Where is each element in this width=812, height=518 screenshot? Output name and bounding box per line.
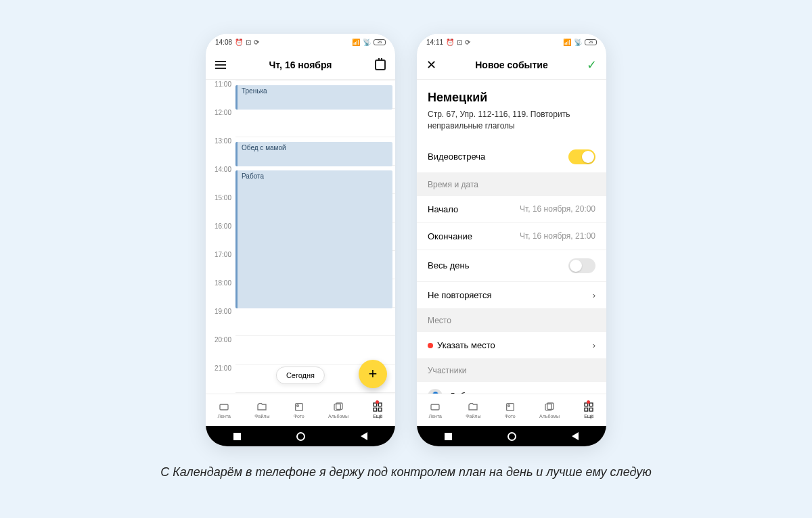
- hour-row[interactable]: 19:00: [206, 307, 395, 335]
- hour-cell[interactable]: [235, 392, 395, 394]
- calendar-icon[interactable]: [375, 60, 386, 70]
- hour-row[interactable]: 20:00: [206, 335, 395, 364]
- tab-ещё[interactable]: Ещё: [583, 402, 594, 419]
- screenshot-icon: ⊡: [457, 39, 462, 46]
- add-event-fab[interactable]: +: [359, 360, 387, 388]
- home-button[interactable]: [296, 432, 305, 441]
- hour-cell[interactable]: [235, 307, 395, 335]
- event-description-input[interactable]: Стр. 67, Упр. 112-116, 119. Повторить не…: [417, 109, 606, 141]
- hour-cell[interactable]: [235, 108, 395, 137]
- hour-row[interactable]: 22:00: [206, 392, 395, 394]
- calendar-event[interactable]: Работа: [235, 170, 392, 308]
- android-nav-bar: [206, 426, 395, 446]
- recent-apps-button[interactable]: [445, 433, 452, 440]
- recent-apps-button[interactable]: [233, 433, 241, 440]
- svg-rect-15: [590, 403, 593, 406]
- all-day-row[interactable]: Весь день: [417, 250, 606, 282]
- video-meeting-toggle[interactable]: [568, 149, 595, 164]
- back-button[interactable]: [361, 432, 367, 440]
- sync-icon: ⟳: [254, 39, 259, 46]
- svg-rect-9: [431, 404, 439, 410]
- add-participant-row[interactable]: 👤 Добавить: [417, 382, 606, 394]
- hour-label: 21:00: [206, 364, 235, 392]
- section-people-header: Участники: [417, 359, 606, 382]
- start-time-row[interactable]: Начало Чт, 16 ноября, 20:00: [417, 196, 606, 223]
- alarm-icon: ⏰: [446, 39, 454, 46]
- chevron-right-icon: ›: [593, 290, 595, 300]
- tab-фото[interactable]: Фото: [505, 402, 516, 419]
- hour-label: 14:00: [206, 165, 235, 193]
- new-event-form: Немецкий Стр. 67, Упр. 112-116, 119. Пов…: [417, 80, 606, 394]
- hour-label: 18:00: [206, 279, 235, 307]
- all-day-toggle[interactable]: [568, 258, 595, 273]
- end-value: Чт, 16 ноября, 21:00: [520, 231, 595, 241]
- hour-row[interactable]: 12:00: [206, 108, 395, 137]
- svg-rect-0: [220, 404, 228, 410]
- event-title-input[interactable]: Немецкий: [417, 80, 606, 109]
- menu-icon[interactable]: [215, 61, 226, 69]
- svg-rect-17: [590, 408, 593, 411]
- hour-label: 17:00: [206, 250, 235, 279]
- tab-альбомы[interactable]: Альбомы: [328, 402, 348, 419]
- video-meeting-row[interactable]: Видеовстреча: [417, 141, 606, 173]
- signal-icon: 📶: [563, 39, 571, 46]
- battery-icon: 26: [585, 39, 597, 45]
- tab-ещё[interactable]: Ещё: [372, 402, 383, 419]
- svg-point-2: [296, 405, 298, 407]
- tab-лента[interactable]: Лента: [429, 402, 442, 419]
- svg-rect-6: [379, 403, 382, 406]
- tab-label: Фото: [294, 414, 304, 419]
- header-title: Новое событие: [475, 60, 548, 70]
- repeat-row[interactable]: Не повторяется ›: [417, 282, 606, 309]
- end-time-row[interactable]: Окончание Чт, 16 ноября, 21:00: [417, 223, 606, 250]
- calendar-event[interactable]: Тренька: [235, 85, 392, 110]
- android-nav-bar: [417, 426, 606, 446]
- phone-new-event: 14:11 ⏰ ⊡ ⟳ 📶 📡 26 ✕ Новое событие ✓ Нем…: [417, 34, 606, 446]
- tab-фото[interactable]: Фото: [294, 402, 304, 419]
- tab-label: Фото: [505, 414, 516, 419]
- tab-альбомы[interactable]: Альбомы: [539, 402, 560, 419]
- close-icon[interactable]: ✕: [426, 57, 436, 72]
- tab-файлы[interactable]: Файлы: [466, 402, 480, 419]
- start-value: Чт, 16 ноября, 20:00: [520, 204, 595, 214]
- hour-label: 19:00: [206, 307, 235, 335]
- phone-calendar-day: 14:08 ⏰ ⊡ ⟳ 📶 📡 26 Чт, 16 ноября 11:0012…: [206, 34, 395, 446]
- back-button[interactable]: [572, 432, 579, 440]
- sync-icon: ⟳: [465, 39, 470, 46]
- repeat-label: Не повторяется: [428, 290, 491, 300]
- bottom-tab-bar: ЛентаФайлыФотоАльбомыЕщё: [417, 394, 606, 426]
- video-meeting-label: Видеовстреча: [428, 151, 485, 162]
- figure-caption: С Календарём в телефоне я держу под конт…: [160, 465, 652, 479]
- tab-label: Альбомы: [539, 414, 560, 419]
- tab-лента[interactable]: Лента: [218, 402, 231, 419]
- screenshot-icon: ⊡: [246, 39, 251, 46]
- calendar-event[interactable]: Обед с мамой: [235, 142, 392, 166]
- tab-label: Лента: [218, 414, 231, 419]
- app-header: ✕ Новое событие ✓: [417, 50, 606, 80]
- header-date-title[interactable]: Чт, 16 ноября: [269, 60, 332, 70]
- section-place-header: Место: [417, 309, 606, 332]
- place-row[interactable]: Указать место ›: [417, 332, 606, 359]
- tab-label: Альбомы: [328, 414, 348, 419]
- hour-label: 15:00: [206, 193, 235, 222]
- save-check-icon[interactable]: ✓: [587, 57, 597, 72]
- person-icon: 👤: [428, 389, 443, 394]
- hour-label: 22:00: [206, 392, 235, 394]
- status-time: 14:08: [215, 39, 232, 46]
- tab-файлы[interactable]: Файлы: [254, 402, 269, 419]
- svg-rect-16: [585, 408, 588, 411]
- hour-label: 11:00: [206, 80, 235, 108]
- home-button[interactable]: [508, 432, 516, 441]
- wifi-icon: 📡: [363, 39, 371, 46]
- tab-label: Файлы: [466, 414, 480, 419]
- svg-rect-8: [379, 408, 382, 411]
- today-button[interactable]: Сегодня: [276, 367, 325, 384]
- svg-point-11: [508, 405, 510, 407]
- calendar-day-view[interactable]: 11:0012:0013:0014:0015:0016:0017:0018:00…: [206, 80, 395, 394]
- start-label: Начало: [428, 204, 458, 214]
- tab-label: Лента: [429, 414, 442, 419]
- hour-label: 12:00: [206, 108, 235, 137]
- status-time: 14:11: [426, 39, 443, 46]
- svg-rect-10: [506, 404, 514, 411]
- all-day-label: Весь день: [428, 260, 470, 270]
